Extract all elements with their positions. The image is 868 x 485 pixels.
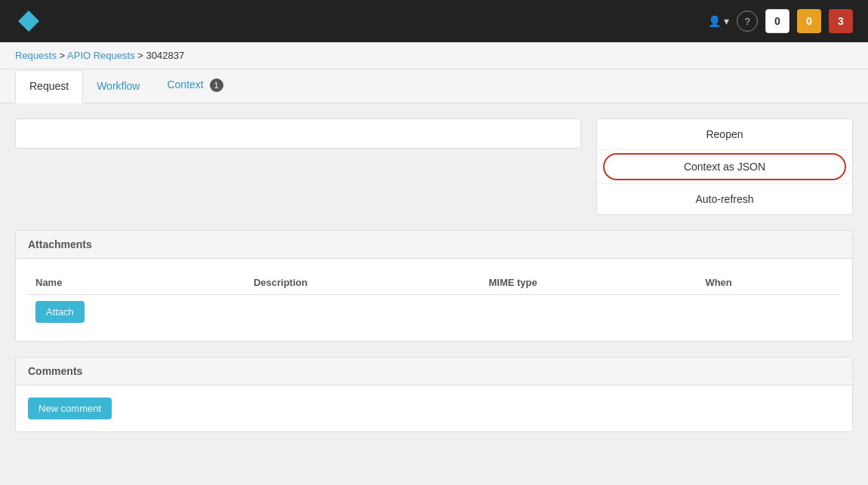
help-button[interactable]: ? <box>737 11 758 32</box>
user-chevron-icon: ▾ <box>724 15 729 27</box>
tab-workflow[interactable]: Workflow <box>83 71 153 103</box>
col-mime-type: MIME type <box>481 271 697 295</box>
mime-cell <box>481 295 697 330</box>
logo-area <box>15 8 42 35</box>
tab-context[interactable]: Context 1 <box>153 69 236 103</box>
context-as-json-button[interactable]: Context as JSON <box>603 153 846 180</box>
badge-red[interactable]: 3 <box>829 9 853 33</box>
auto-refresh-button[interactable]: Auto-refresh <box>597 184 852 214</box>
attach-cell: Attach <box>28 295 246 330</box>
logo-icon <box>15 8 42 35</box>
breadcrumb-root[interactable]: Requests <box>15 50 57 61</box>
top-nav: 👤 ▾ ? 0 0 3 <box>0 0 868 42</box>
user-menu[interactable]: 👤 ▾ <box>708 15 729 27</box>
tab-request[interactable]: Request <box>15 70 83 103</box>
tab-context-label: Context <box>167 78 203 91</box>
main-content: Reopen Context as JSON Auto-refresh Atta… <box>0 103 868 484</box>
col-name: Name <box>28 271 246 295</box>
description-cell <box>246 295 482 330</box>
breadcrumb-sep-1: > <box>60 50 68 61</box>
content-row: Reopen Context as JSON Auto-refresh <box>15 118 853 215</box>
attach-button[interactable]: Attach <box>35 301 85 323</box>
breadcrumb-parent[interactable]: APIO Requests <box>67 50 135 61</box>
breadcrumb: Requests > APIO Requests > 3042837 <box>0 42 868 69</box>
attachments-body: Name Description MIME type When Attach <box>16 259 852 341</box>
left-panel <box>15 118 581 215</box>
comments-body: New comment <box>16 385 852 431</box>
new-comment-button[interactable]: New comment <box>28 398 112 419</box>
tab-workflow-label: Workflow <box>97 80 140 92</box>
attachments-section: Attachments Name Description MIME type W… <box>15 230 853 342</box>
comments-section: Comments New comment <box>15 357 853 432</box>
badge-orange[interactable]: 0 <box>797 9 821 33</box>
table-row-attach: Attach <box>28 295 840 330</box>
context-badge: 1 <box>210 78 223 92</box>
attachments-table: Name Description MIME type When Attach <box>28 271 840 329</box>
breadcrumb-sep-2: > <box>137 50 146 61</box>
col-when: When <box>697 271 840 295</box>
tabs-bar: Request Workflow Context 1 <box>0 69 868 103</box>
badge-zero[interactable]: 0 <box>765 9 790 33</box>
right-panel: Reopen Context as JSON Auto-refresh <box>596 118 853 215</box>
user-icon: 👤 <box>708 15 721 27</box>
help-icon: ? <box>744 16 749 27</box>
attachments-title: Attachments <box>16 231 852 259</box>
action-menu: Reopen Context as JSON Auto-refresh <box>596 118 853 215</box>
when-cell <box>697 295 840 330</box>
svg-marker-0 <box>18 11 39 32</box>
reopen-button[interactable]: Reopen <box>597 119 852 150</box>
comments-title: Comments <box>16 358 852 385</box>
col-description: Description <box>246 271 482 295</box>
breadcrumb-current: 3042837 <box>146 50 185 61</box>
tab-request-label: Request <box>29 80 69 92</box>
main-input[interactable] <box>15 118 581 149</box>
